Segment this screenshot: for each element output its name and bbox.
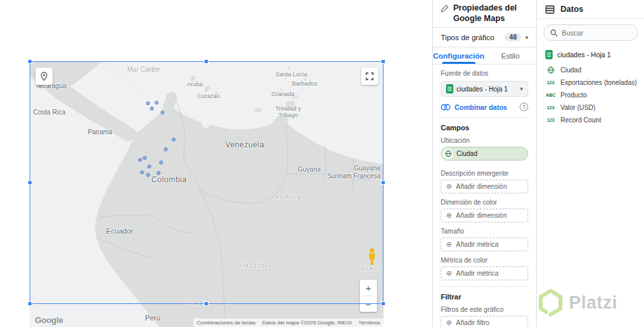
map-attribution: Combinaciones de teclas Datos del mapa ©…	[193, 318, 384, 327]
fullscreen-icon	[366, 72, 374, 80]
city-bubble[interactable]	[140, 170, 144, 174]
map-location-button[interactable]	[36, 68, 53, 85]
zoom-out-button[interactable]: −	[360, 296, 377, 312]
pegman-control[interactable]	[368, 248, 376, 268]
add-color-dimension-button[interactable]: ⊕ Añadir dimensión	[441, 209, 528, 222]
location-pin-icon	[40, 72, 48, 81]
fullscreen-button[interactable]	[361, 68, 378, 85]
city-bubble[interactable]	[155, 101, 159, 105]
city-bubble[interactable]	[146, 173, 150, 177]
city-bubble[interactable]	[172, 138, 176, 141]
filter-heading: Filtrar	[441, 293, 528, 301]
resize-handle-middle-left[interactable]	[28, 180, 32, 185]
properties-panel: Propiedades del Google Maps Tipos de grá…	[433, 0, 537, 327]
properties-title: Propiedades del Google Maps	[453, 3, 527, 24]
google-maps-chart[interactable]: Mar Caribe Nicaragua Santa Lucía Barbado…	[30, 61, 384, 327]
resize-handle-top-center[interactable]	[204, 59, 209, 64]
add-tooltip-dimension-button[interactable]: ⊕ Añadir dimensión	[441, 180, 528, 193]
city-bubble[interactable]	[146, 101, 150, 105]
add-metric-label: Añadir métrica	[456, 270, 498, 277]
add-metric-label: Añadir métrica	[456, 241, 498, 248]
color-dimension-label: Dimensión de color	[441, 199, 528, 206]
tooltip-label: Descripción emergente	[441, 170, 528, 177]
field-item[interactable]: 123 Record Count	[537, 114, 644, 126]
add-size-metric-button[interactable]: ⊕ Añadir métrica	[441, 238, 528, 251]
google-logo: Google	[35, 315, 63, 325]
add-circle-icon: ⊕	[446, 270, 452, 277]
looker-studio-app: Mar Caribe Nicaragua Santa Lucía Barbado…	[0, 0, 644, 327]
data-panel-title: Datos	[560, 5, 583, 14]
add-circle-icon: ⊕	[446, 241, 452, 248]
data-source-label: Fuente de datos	[441, 70, 528, 77]
sheets-icon	[446, 84, 453, 93]
add-circle-icon: ⊕	[446, 319, 452, 326]
blend-data-link[interactable]: Combinar datos ?	[441, 103, 528, 111]
chart-type-selector[interactable]: Tipos de gráfico 48 ▾	[433, 28, 536, 47]
field-name: Producto	[560, 91, 587, 99]
report-canvas[interactable]: Mar Caribe Nicaragua Santa Lucía Barbado…	[0, 0, 433, 327]
map-surface[interactable]: Mar Caribe Nicaragua Santa Lucía Barbado…	[30, 61, 384, 327]
field-item[interactable]: ABC Producto	[537, 89, 644, 101]
city-bubble[interactable]	[159, 161, 163, 164]
city-bubble[interactable]	[143, 156, 147, 160]
add-color-metric-button[interactable]: ⊕ Añadir métrica	[441, 266, 528, 280]
number-field-icon: 123	[545, 118, 556, 122]
data-source-name: ciudades - Hoja 1	[457, 86, 508, 93]
data-source-row[interactable]: ciudades - Hoja 1	[537, 44, 644, 64]
terms-link[interactable]: Términos	[359, 320, 380, 326]
tab-setup[interactable]: Configuración	[433, 47, 485, 64]
city-bubble[interactable]	[157, 171, 161, 175]
resize-handle-bottom-center[interactable]	[204, 301, 209, 306]
geo-chip-icon	[443, 149, 453, 159]
city-bubble[interactable]	[147, 164, 151, 168]
field-search[interactable]	[543, 24, 638, 41]
resize-handle-top-left[interactable]	[28, 59, 32, 64]
field-item[interactable]: Ciudad	[537, 64, 644, 76]
search-icon	[550, 29, 558, 37]
data-table-icon	[545, 5, 555, 14]
add-dimension-label: Añadir dimensión	[456, 212, 507, 219]
add-filter-label: Añadir filtro	[456, 319, 489, 326]
color-metric-label: Métrica de color	[441, 257, 528, 264]
tab-style[interactable]: Estilo	[485, 47, 537, 64]
blend-icon	[441, 104, 451, 111]
field-item[interactable]: 123 Exportaciones (toneladas)	[537, 76, 644, 89]
location-field-name: Ciudad	[457, 150, 478, 157]
data-source-chip[interactable]: ciudades - Hoja 1 ▾	[441, 81, 528, 97]
field-item[interactable]: 123 Valor (USD)	[537, 101, 644, 114]
properties-body: Fuente de datos ciudades - Hoja 1 ▾ Comb…	[433, 70, 536, 327]
section-divider	[441, 286, 528, 287]
field-name: Record Count	[560, 116, 601, 124]
globe-icon	[445, 150, 452, 157]
city-bubble[interactable]	[138, 158, 142, 162]
sheets-icon	[545, 50, 553, 59]
resize-handle-middle-right[interactable]	[381, 180, 385, 185]
field-name: Valor (USD)	[560, 104, 595, 111]
resize-handle-bottom-left[interactable]	[28, 301, 32, 306]
chart-type-count-badge: 48	[505, 33, 521, 41]
zoom-in-button[interactable]: +	[360, 280, 377, 295]
search-input[interactable]	[562, 29, 632, 37]
properties-header: Propiedades del Google Maps	[433, 0, 536, 28]
chart-type-label: Tipos de gráfico	[441, 34, 494, 41]
location-field-chip[interactable]: Ciudad	[441, 147, 528, 161]
help-icon[interactable]: ?	[520, 103, 528, 111]
caret-down-icon[interactable]: ▾	[520, 86, 523, 92]
resize-handle-bottom-right[interactable]	[381, 301, 385, 306]
keyboard-shortcuts-link[interactable]: Combinaciones de teclas	[197, 320, 255, 326]
location-label: Ubicación	[441, 137, 528, 144]
city-bubble[interactable]	[161, 111, 164, 114]
filter-sublabel: Filtros de este gráfico	[441, 306, 528, 313]
resize-handle-top-right[interactable]	[381, 59, 385, 64]
city-bubble[interactable]	[150, 107, 154, 111]
field-name: Ciudad	[560, 66, 582, 74]
add-circle-icon: ⊕	[446, 212, 452, 219]
blend-data-label: Combinar datos	[455, 103, 507, 111]
fields-heading: Campos	[441, 124, 528, 132]
section-divider	[441, 117, 528, 118]
chevron-down-icon[interactable]: ▾	[525, 34, 528, 41]
pegman-icon	[368, 248, 376, 265]
city-bubble[interactable]	[164, 147, 168, 151]
add-filter-button[interactable]: ⊕ Añadir filtro	[441, 316, 528, 327]
add-dimension-label: Añadir dimensión	[456, 183, 507, 190]
